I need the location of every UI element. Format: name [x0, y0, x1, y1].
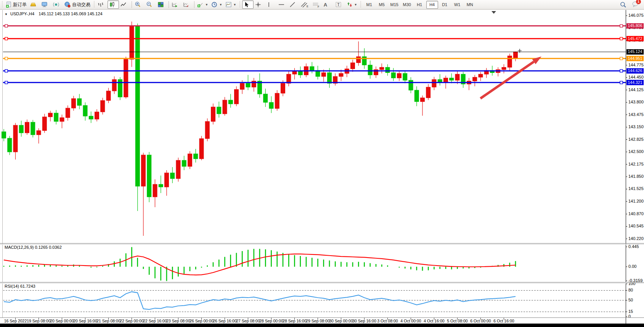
cursor-tool-button[interactable]: [242, 0, 254, 9]
timeframe-button-m15[interactable]: M15: [389, 1, 400, 9]
horizontal-line-icon: [278, 2, 285, 8]
timeframe-button-m5[interactable]: M5: [376, 1, 388, 9]
chart-ohlc-quotes: 145.112 145.133 145.069 145.124: [39, 11, 102, 16]
text-tool-button[interactable]: A: [322, 0, 334, 9]
candle-up: [101, 98, 105, 114]
zoom-in-button[interactable]: [133, 0, 145, 9]
tile-windows-button[interactable]: [156, 0, 167, 9]
timeframe-button-mn[interactable]: MN: [464, 1, 476, 9]
indicators-dropdown[interactable]: ▼: [196, 0, 210, 9]
time-tick-label[interactable]: 20 Sep 16:00: [73, 319, 97, 323]
time-tick-label[interactable]: 6 Oct 00:00: [470, 319, 491, 323]
time-tick-label[interactable]: 20 Sep 00:00: [50, 319, 74, 323]
auto-trading-button[interactable]: 自动交易: [63, 0, 92, 9]
main-chart-panel[interactable]: 146.075145.750145.425144.775144.450144.1…: [0, 9, 644, 244]
timeframe-button-m30[interactable]: M30: [401, 1, 413, 9]
time-tick-label[interactable]: 30 Sep 16:00: [352, 319, 376, 323]
candle-body: [455, 74, 459, 80]
fibonacci-icon: F: [312, 2, 320, 8]
time-tick-label[interactable]: 30 Sep 00:00: [329, 319, 353, 323]
signals-button[interactable]: [51, 0, 63, 9]
candle-body: [339, 73, 343, 76]
text-label-tool-button[interactable]: T: [334, 0, 345, 9]
time-tick-label[interactable]: 26 Sep 16:00: [213, 319, 237, 323]
time-tick-label[interactable]: 29 Sep 08:00: [306, 319, 330, 323]
arrows-dropdown[interactable]: ▼: [345, 0, 359, 9]
time-tick-label[interactable]: 19 Sep 08:00: [27, 319, 51, 323]
hline-handle[interactable]: [620, 69, 623, 72]
time-tick-label[interactable]: 28 Sep 16:00: [283, 319, 307, 323]
candle-down: [414, 86, 419, 106]
time-tick-label[interactable]: 21 Sep 08:00: [96, 319, 120, 323]
chart-shift-button[interactable]: [181, 0, 193, 9]
candle-body: [31, 122, 35, 135]
price-tick-label: 142.175: [628, 162, 644, 166]
hline-handle[interactable]: [5, 57, 8, 60]
hline-handle[interactable]: [5, 24, 8, 27]
trendline-tool-button[interactable]: [288, 0, 299, 9]
hline-handle[interactable]: [620, 24, 623, 27]
time-tick-label[interactable]: 22 Sep 00:00: [120, 319, 144, 323]
auto-trading-label: 自动交易: [72, 2, 90, 8]
rsi-tick-label: 100: [628, 283, 635, 286]
fibonacci-tool-button[interactable]: F: [311, 0, 322, 9]
timeframe-toolbar: M1M5M15M30H1H4D1W1MN: [363, 1, 476, 9]
time-tick-label[interactable]: 27 Sep 08:00: [236, 319, 260, 323]
notifications-button[interactable]: 1: [632, 1, 639, 8]
price-tick-label: 140.870: [628, 211, 644, 216]
timeframe-button-d1[interactable]: D1: [439, 1, 451, 9]
toolbar-grip[interactable]: [360, 1, 362, 8]
timeframe-button-m1[interactable]: M1: [363, 1, 375, 9]
price-tick-label: 143.800: [628, 100, 644, 104]
zoom-out-button[interactable]: [145, 0, 156, 9]
hline-handle[interactable]: [5, 37, 8, 40]
chart-shift-marker[interactable]: [491, 11, 496, 14]
auto-scroll-button[interactable]: [170, 0, 181, 9]
horizontal-line-tool-button[interactable]: [276, 0, 288, 9]
templates-dropdown[interactable]: ▼: [224, 0, 238, 9]
time-tick-label[interactable]: 4 Oct 00:00: [400, 319, 421, 323]
timeframe-button-h1[interactable]: H1: [414, 1, 426, 9]
candle-down: [8, 136, 12, 155]
rsi-panel[interactable]: 1008050150: [0, 283, 644, 318]
candle-body: [130, 26, 134, 59]
time-tick-label[interactable]: 5 Oct 08:00: [447, 319, 467, 323]
periods-dropdown[interactable]: ▼: [210, 0, 224, 9]
time-tick-label[interactable]: 3 Oct 08:00: [377, 319, 398, 323]
time-tick-label[interactable]: 23 Sep 08:00: [166, 319, 190, 323]
crosshair-tool-button[interactable]: [254, 0, 265, 9]
time-tick-label[interactable]: 4 Oct 16:00: [424, 319, 444, 323]
time-tick-label[interactable]: 22 Sep 16:00: [143, 319, 167, 323]
hline-handle[interactable]: [620, 37, 623, 40]
candle-up: [333, 73, 337, 85]
search-icon[interactable]: [620, 2, 626, 8]
time-axis[interactable]: 16 Sep 202219 Sep 08:0020 Sep 00:0020 Se…: [0, 318, 644, 324]
terminal-button[interactable]: [40, 0, 51, 9]
mql5-button[interactable]: [28, 0, 40, 9]
candle-up: [292, 68, 297, 79]
vertical-line-tool-button[interactable]: [265, 0, 276, 9]
timeframe-button-w1[interactable]: W1: [451, 1, 463, 9]
trend-arrow-shaft[interactable]: [480, 62, 534, 98]
toolbar-grip[interactable]: [93, 1, 95, 8]
time-tick-label[interactable]: 16 Sep 2022: [4, 319, 27, 323]
time-tick-label[interactable]: 28 Sep 00:00: [259, 319, 283, 323]
hline-handle[interactable]: [620, 81, 623, 84]
taskbar-strip: [0, 324, 644, 327]
new-order-button[interactable]: 新订单: [4, 0, 28, 9]
candlestick-chart-button[interactable]: [108, 0, 119, 9]
time-tick-label[interactable]: 6 Oct 16:00: [493, 319, 514, 323]
hline-handle[interactable]: [620, 57, 623, 60]
line-chart-button[interactable]: [119, 0, 130, 9]
bar-chart-button[interactable]: [96, 0, 108, 9]
macd-panel[interactable]: 0.4450.00-0.3159: [0, 244, 644, 283]
auto-trading-icon: [64, 2, 71, 8]
timeframe-button-h4[interactable]: H4: [426, 1, 438, 9]
channel-tool-button[interactable]: E: [299, 0, 311, 9]
hline-handle[interactable]: [5, 69, 8, 72]
hline-handle[interactable]: [5, 81, 8, 84]
chart-dropdown-icon[interactable]: ▼: [5, 13, 8, 16]
toolbar-grip[interactable]: [239, 1, 241, 8]
time-tick-label[interactable]: 26 Sep 00:00: [190, 319, 214, 323]
toolbar-grip[interactable]: [1, 1, 3, 8]
